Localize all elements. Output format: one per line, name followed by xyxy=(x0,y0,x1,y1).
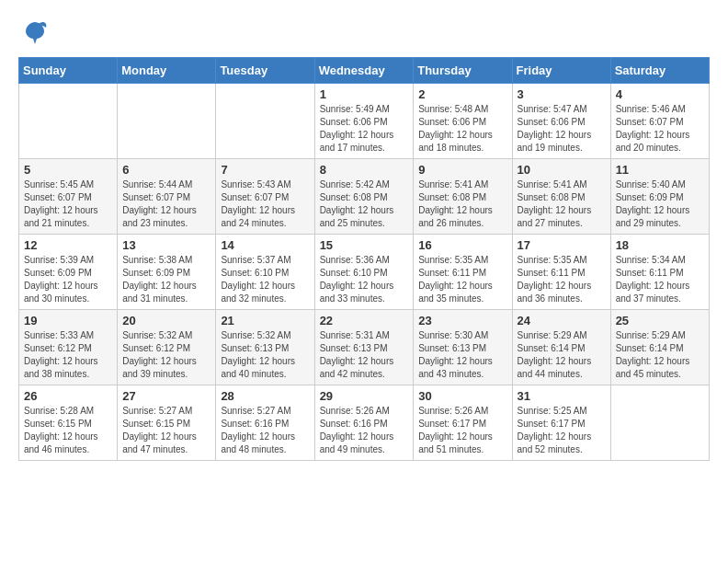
day-of-week-header: Saturday xyxy=(610,58,709,84)
calendar-cell: 19Sunrise: 5:33 AM Sunset: 6:12 PM Dayli… xyxy=(19,310,118,385)
day-number: 10 xyxy=(518,163,606,177)
calendar-cell: 2Sunrise: 5:48 AM Sunset: 6:06 PM Daylig… xyxy=(414,84,512,159)
day-number: 2 xyxy=(418,87,506,101)
calendar-week-row: 19Sunrise: 5:33 AM Sunset: 6:12 PM Dayli… xyxy=(19,310,710,385)
day-of-week-header: Sunday xyxy=(19,58,118,84)
calendar-cell: 24Sunrise: 5:29 AM Sunset: 6:14 PM Dayli… xyxy=(512,310,610,385)
calendar-cell: 6Sunrise: 5:44 AM Sunset: 6:07 PM Daylig… xyxy=(118,159,216,235)
day-info: Sunrise: 5:29 AM Sunset: 6:14 PM Dayligh… xyxy=(518,329,606,381)
day-info: Sunrise: 5:37 AM Sunset: 6:10 PM Dayligh… xyxy=(221,254,309,305)
day-info: Sunrise: 5:38 AM Sunset: 6:09 PM Dayligh… xyxy=(122,254,210,305)
day-number: 15 xyxy=(320,238,409,252)
day-number: 27 xyxy=(122,389,210,403)
calendar-cell: 31Sunrise: 5:25 AM Sunset: 6:17 PM Dayli… xyxy=(512,385,610,461)
day-info: Sunrise: 5:35 AM Sunset: 6:11 PM Dayligh… xyxy=(518,254,606,305)
day-info: Sunrise: 5:40 AM Sunset: 6:09 PM Dayligh… xyxy=(616,178,704,230)
day-number: 31 xyxy=(518,389,606,403)
calendar-cell: 27Sunrise: 5:27 AM Sunset: 6:15 PM Dayli… xyxy=(118,385,216,461)
day-number: 17 xyxy=(518,238,606,252)
calendar-cell: 4Sunrise: 5:46 AM Sunset: 6:07 PM Daylig… xyxy=(610,84,709,159)
days-of-week-row: SundayMondayTuesdayWednesdayThursdayFrid… xyxy=(19,58,710,84)
calendar-cell: 10Sunrise: 5:41 AM Sunset: 6:08 PM Dayli… xyxy=(512,159,610,235)
day-of-week-header: Friday xyxy=(512,58,610,84)
day-number: 12 xyxy=(24,238,112,252)
day-info: Sunrise: 5:46 AM Sunset: 6:07 PM Dayligh… xyxy=(616,103,704,155)
day-number: 1 xyxy=(320,87,409,101)
day-number: 19 xyxy=(24,314,112,327)
calendar-cell: 13Sunrise: 5:38 AM Sunset: 6:09 PM Dayli… xyxy=(118,235,216,310)
day-of-week-header: Tuesday xyxy=(216,58,314,84)
header xyxy=(18,18,710,50)
calendar-cell: 18Sunrise: 5:34 AM Sunset: 6:11 PM Dayli… xyxy=(610,235,709,310)
day-number: 4 xyxy=(616,87,704,101)
day-info: Sunrise: 5:49 AM Sunset: 6:06 PM Dayligh… xyxy=(320,103,409,155)
calendar-cell: 11Sunrise: 5:40 AM Sunset: 6:09 PM Dayli… xyxy=(610,159,709,235)
calendar-cell: 30Sunrise: 5:26 AM Sunset: 6:17 PM Dayli… xyxy=(414,385,512,461)
day-info: Sunrise: 5:32 AM Sunset: 6:12 PM Dayligh… xyxy=(122,329,210,381)
day-of-week-header: Monday xyxy=(118,58,216,84)
day-info: Sunrise: 5:47 AM Sunset: 6:06 PM Dayligh… xyxy=(518,103,606,155)
calendar-week-row: 5Sunrise: 5:45 AM Sunset: 6:07 PM Daylig… xyxy=(19,159,710,235)
calendar-cell xyxy=(610,385,709,461)
calendar-cell: 8Sunrise: 5:42 AM Sunset: 6:08 PM Daylig… xyxy=(314,159,414,235)
day-info: Sunrise: 5:31 AM Sunset: 6:13 PM Dayligh… xyxy=(320,329,409,381)
calendar-week-row: 1Sunrise: 5:49 AM Sunset: 6:06 PM Daylig… xyxy=(19,84,710,159)
day-number: 28 xyxy=(221,389,309,403)
day-number: 14 xyxy=(221,238,309,252)
day-info: Sunrise: 5:25 AM Sunset: 6:17 PM Dayligh… xyxy=(518,405,606,456)
calendar-cell: 7Sunrise: 5:43 AM Sunset: 6:07 PM Daylig… xyxy=(216,159,314,235)
day-number: 18 xyxy=(616,238,704,252)
day-info: Sunrise: 5:39 AM Sunset: 6:09 PM Dayligh… xyxy=(24,254,112,305)
day-number: 24 xyxy=(518,314,606,327)
day-number: 20 xyxy=(122,314,210,327)
day-number: 6 xyxy=(122,163,210,177)
calendar-cell: 1Sunrise: 5:49 AM Sunset: 6:06 PM Daylig… xyxy=(314,84,414,159)
day-info: Sunrise: 5:33 AM Sunset: 6:12 PM Dayligh… xyxy=(24,329,112,381)
bird-icon xyxy=(22,18,48,50)
day-number: 23 xyxy=(418,314,506,327)
day-info: Sunrise: 5:29 AM Sunset: 6:14 PM Dayligh… xyxy=(616,329,704,381)
day-number: 30 xyxy=(418,389,506,403)
calendar-cell: 22Sunrise: 5:31 AM Sunset: 6:13 PM Dayli… xyxy=(314,310,414,385)
calendar-cell: 9Sunrise: 5:41 AM Sunset: 6:08 PM Daylig… xyxy=(414,159,512,235)
calendar-cell: 15Sunrise: 5:36 AM Sunset: 6:10 PM Dayli… xyxy=(314,235,414,310)
day-info: Sunrise: 5:48 AM Sunset: 6:06 PM Dayligh… xyxy=(418,103,506,155)
day-info: Sunrise: 5:42 AM Sunset: 6:08 PM Dayligh… xyxy=(320,178,409,230)
calendar-cell: 25Sunrise: 5:29 AM Sunset: 6:14 PM Dayli… xyxy=(610,310,709,385)
day-info: Sunrise: 5:32 AM Sunset: 6:13 PM Dayligh… xyxy=(221,329,309,381)
calendar-cell xyxy=(118,84,216,159)
calendar-week-row: 26Sunrise: 5:28 AM Sunset: 6:15 PM Dayli… xyxy=(19,385,710,461)
day-info: Sunrise: 5:45 AM Sunset: 6:07 PM Dayligh… xyxy=(24,178,112,230)
calendar-cell xyxy=(19,84,118,159)
day-info: Sunrise: 5:30 AM Sunset: 6:13 PM Dayligh… xyxy=(418,329,506,381)
calendar-cell: 5Sunrise: 5:45 AM Sunset: 6:07 PM Daylig… xyxy=(19,159,118,235)
day-number: 9 xyxy=(418,163,506,177)
calendar-cell: 14Sunrise: 5:37 AM Sunset: 6:10 PM Dayli… xyxy=(216,235,314,310)
day-number: 5 xyxy=(24,163,112,177)
day-info: Sunrise: 5:35 AM Sunset: 6:11 PM Dayligh… xyxy=(418,254,506,305)
day-info: Sunrise: 5:26 AM Sunset: 6:16 PM Dayligh… xyxy=(320,405,409,456)
day-number: 29 xyxy=(320,389,409,403)
calendar-body: 1Sunrise: 5:49 AM Sunset: 6:06 PM Daylig… xyxy=(19,84,710,461)
calendar-cell: 28Sunrise: 5:27 AM Sunset: 6:16 PM Dayli… xyxy=(216,385,314,461)
calendar-cell: 12Sunrise: 5:39 AM Sunset: 6:09 PM Dayli… xyxy=(19,235,118,310)
day-number: 13 xyxy=(122,238,210,252)
calendar: SundayMondayTuesdayWednesdayThursdayFrid… xyxy=(18,57,710,461)
day-info: Sunrise: 5:44 AM Sunset: 6:07 PM Dayligh… xyxy=(122,178,210,230)
day-number: 11 xyxy=(616,163,704,177)
day-number: 22 xyxy=(320,314,409,327)
calendar-cell: 17Sunrise: 5:35 AM Sunset: 6:11 PM Dayli… xyxy=(512,235,610,310)
day-number: 26 xyxy=(24,389,112,403)
day-number: 7 xyxy=(221,163,309,177)
day-info: Sunrise: 5:27 AM Sunset: 6:16 PM Dayligh… xyxy=(221,405,309,456)
day-number: 3 xyxy=(518,87,606,101)
calendar-cell: 26Sunrise: 5:28 AM Sunset: 6:15 PM Dayli… xyxy=(19,385,118,461)
calendar-cell xyxy=(216,84,314,159)
day-info: Sunrise: 5:28 AM Sunset: 6:15 PM Dayligh… xyxy=(24,405,112,456)
calendar-cell: 20Sunrise: 5:32 AM Sunset: 6:12 PM Dayli… xyxy=(118,310,216,385)
day-info: Sunrise: 5:43 AM Sunset: 6:07 PM Dayligh… xyxy=(221,178,309,230)
calendar-cell: 16Sunrise: 5:35 AM Sunset: 6:11 PM Dayli… xyxy=(414,235,512,310)
day-info: Sunrise: 5:36 AM Sunset: 6:10 PM Dayligh… xyxy=(320,254,409,305)
logo xyxy=(18,18,48,50)
day-number: 21 xyxy=(221,314,309,327)
